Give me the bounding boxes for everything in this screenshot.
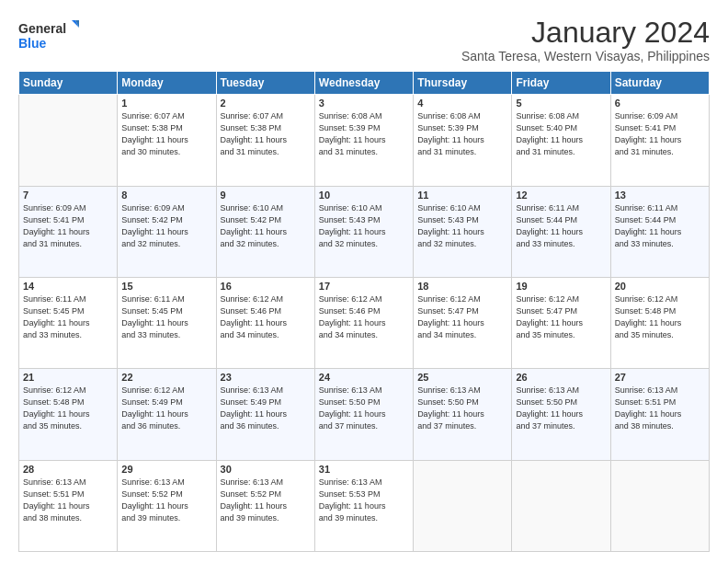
- calendar-cell: 9Sunrise: 6:10 AMSunset: 5:42 PMDaylight…: [216, 186, 314, 277]
- day-number: 13: [615, 190, 705, 201]
- day-number: 31: [319, 464, 409, 475]
- day-header-tuesday: Tuesday: [216, 72, 314, 95]
- cell-content: Sunrise: 6:13 AMSunset: 5:52 PMDaylight:…: [221, 477, 311, 524]
- day-number: 28: [23, 464, 113, 475]
- location: Santa Teresa, Western Visayas, Philippin…: [461, 49, 710, 63]
- day-header-sunday: Sunday: [19, 72, 118, 95]
- day-number: 8: [121, 190, 211, 201]
- calendar-cell: 3Sunrise: 6:08 AMSunset: 5:39 PMDaylight…: [314, 95, 413, 186]
- cell-content: Sunrise: 6:11 AMSunset: 5:45 PMDaylight:…: [23, 293, 113, 341]
- cell-content: Sunrise: 6:13 AMSunset: 5:53 PMDaylight:…: [319, 477, 409, 524]
- day-number: 2: [221, 98, 311, 109]
- day-number: 30: [221, 464, 311, 475]
- day-number: 14: [23, 281, 113, 292]
- calendar-cell: 16Sunrise: 6:12 AMSunset: 5:46 PMDayligh…: [216, 277, 314, 368]
- day-header-saturday: Saturday: [610, 72, 709, 95]
- calendar-cell: 15Sunrise: 6:11 AMSunset: 5:45 PMDayligh…: [118, 277, 216, 368]
- cell-content: Sunrise: 6:09 AMSunset: 5:41 PMDaylight:…: [23, 202, 113, 250]
- day-number: 25: [417, 372, 507, 383]
- calendar-cell: 6Sunrise: 6:09 AMSunset: 5:41 PMDaylight…: [610, 95, 709, 186]
- calendar-cell: 1Sunrise: 6:07 AMSunset: 5:38 PMDaylight…: [118, 95, 216, 186]
- calendar-cell: 22Sunrise: 6:12 AMSunset: 5:49 PMDayligh…: [118, 369, 216, 460]
- calendar-cell: 13Sunrise: 6:11 AMSunset: 5:44 PMDayligh…: [610, 186, 709, 277]
- calendar-cell: [414, 460, 512, 551]
- day-number: 10: [319, 190, 409, 201]
- calendar-cell: [19, 95, 118, 186]
- day-number: 7: [23, 190, 113, 201]
- week-row-1: 1Sunrise: 6:07 AMSunset: 5:38 PMDaylight…: [19, 95, 710, 186]
- cell-content: Sunrise: 6:10 AMSunset: 5:43 PMDaylight:…: [319, 202, 409, 250]
- cell-content: Sunrise: 6:12 AMSunset: 5:49 PMDaylight:…: [121, 385, 211, 432]
- day-number: 19: [516, 281, 606, 292]
- day-number: 20: [615, 281, 705, 292]
- calendar-cell: 29Sunrise: 6:13 AMSunset: 5:52 PMDayligh…: [118, 460, 216, 551]
- day-number: 23: [221, 372, 311, 383]
- week-row-4: 21Sunrise: 6:12 AMSunset: 5:48 PMDayligh…: [19, 369, 710, 460]
- day-header-wednesday: Wednesday: [314, 72, 413, 95]
- logo-svg: GeneralBlue: [18, 17, 83, 53]
- month-title: January 2024: [461, 17, 710, 49]
- header: GeneralBlue January 2024 Santa Teresa, W…: [18, 17, 710, 63]
- logo: GeneralBlue: [18, 17, 83, 53]
- cell-content: Sunrise: 6:08 AMSunset: 5:39 PMDaylight:…: [417, 110, 507, 158]
- day-header-friday: Friday: [512, 72, 610, 95]
- day-number: 6: [615, 98, 705, 109]
- calendar-cell: 17Sunrise: 6:12 AMSunset: 5:46 PMDayligh…: [314, 277, 413, 368]
- calendar-cell: 14Sunrise: 6:11 AMSunset: 5:45 PMDayligh…: [19, 277, 118, 368]
- calendar-cell: 20Sunrise: 6:12 AMSunset: 5:48 PMDayligh…: [610, 277, 709, 368]
- day-number: 12: [516, 190, 606, 201]
- svg-text:Blue: Blue: [18, 36, 47, 51]
- cell-content: Sunrise: 6:09 AMSunset: 5:41 PMDaylight:…: [615, 110, 705, 158]
- calendar-cell: 28Sunrise: 6:13 AMSunset: 5:51 PMDayligh…: [19, 460, 118, 551]
- day-header-thursday: Thursday: [414, 72, 512, 95]
- calendar-cell: 18Sunrise: 6:12 AMSunset: 5:47 PMDayligh…: [414, 277, 512, 368]
- calendar-cell: 5Sunrise: 6:08 AMSunset: 5:40 PMDaylight…: [512, 95, 610, 186]
- calendar-cell: 23Sunrise: 6:13 AMSunset: 5:49 PMDayligh…: [216, 369, 314, 460]
- cell-content: Sunrise: 6:13 AMSunset: 5:50 PMDaylight:…: [516, 385, 606, 432]
- cell-content: Sunrise: 6:13 AMSunset: 5:52 PMDaylight:…: [121, 477, 211, 524]
- calendar-cell: 12Sunrise: 6:11 AMSunset: 5:44 PMDayligh…: [512, 186, 610, 277]
- calendar-cell: 24Sunrise: 6:13 AMSunset: 5:50 PMDayligh…: [314, 369, 413, 460]
- calendar-cell: [512, 460, 610, 551]
- svg-text:General: General: [18, 21, 66, 36]
- day-number: 24: [319, 372, 409, 383]
- page: GeneralBlue January 2024 Santa Teresa, W…: [0, 0, 728, 563]
- cell-content: Sunrise: 6:08 AMSunset: 5:39 PMDaylight:…: [319, 110, 409, 158]
- day-number: 29: [121, 464, 211, 475]
- cell-content: Sunrise: 6:11 AMSunset: 5:45 PMDaylight:…: [121, 293, 211, 341]
- week-row-2: 7Sunrise: 6:09 AMSunset: 5:41 PMDaylight…: [19, 186, 710, 277]
- calendar-cell: 25Sunrise: 6:13 AMSunset: 5:50 PMDayligh…: [414, 369, 512, 460]
- day-number: 5: [516, 98, 606, 109]
- cell-content: Sunrise: 6:12 AMSunset: 5:48 PMDaylight:…: [23, 385, 113, 432]
- calendar-cell: 2Sunrise: 6:07 AMSunset: 5:38 PMDaylight…: [216, 95, 314, 186]
- cell-content: Sunrise: 6:12 AMSunset: 5:47 PMDaylight:…: [516, 293, 606, 341]
- day-number: 11: [417, 190, 507, 201]
- week-row-5: 28Sunrise: 6:13 AMSunset: 5:51 PMDayligh…: [19, 460, 710, 551]
- day-number: 15: [121, 281, 211, 292]
- calendar-cell: 27Sunrise: 6:13 AMSunset: 5:51 PMDayligh…: [610, 369, 709, 460]
- day-number: 16: [221, 281, 311, 292]
- cell-content: Sunrise: 6:09 AMSunset: 5:42 PMDaylight:…: [121, 202, 211, 250]
- week-row-3: 14Sunrise: 6:11 AMSunset: 5:45 PMDayligh…: [19, 277, 710, 368]
- calendar-cell: 31Sunrise: 6:13 AMSunset: 5:53 PMDayligh…: [314, 460, 413, 551]
- cell-content: Sunrise: 6:07 AMSunset: 5:38 PMDaylight:…: [221, 110, 311, 158]
- day-header-monday: Monday: [118, 72, 216, 95]
- cell-content: Sunrise: 6:13 AMSunset: 5:49 PMDaylight:…: [221, 385, 311, 432]
- cell-content: Sunrise: 6:12 AMSunset: 5:46 PMDaylight:…: [221, 293, 311, 341]
- calendar-cell: 26Sunrise: 6:13 AMSunset: 5:50 PMDayligh…: [512, 369, 610, 460]
- calendar-cell: 19Sunrise: 6:12 AMSunset: 5:47 PMDayligh…: [512, 277, 610, 368]
- calendar-cell: 10Sunrise: 6:10 AMSunset: 5:43 PMDayligh…: [314, 186, 413, 277]
- calendar-table: SundayMondayTuesdayWednesdayThursdayFrid…: [18, 71, 710, 552]
- cell-content: Sunrise: 6:10 AMSunset: 5:42 PMDaylight:…: [221, 202, 311, 250]
- cell-content: Sunrise: 6:12 AMSunset: 5:48 PMDaylight:…: [615, 293, 705, 341]
- cell-content: Sunrise: 6:10 AMSunset: 5:43 PMDaylight:…: [417, 202, 507, 250]
- calendar-cell: 4Sunrise: 6:08 AMSunset: 5:39 PMDaylight…: [414, 95, 512, 186]
- day-number: 21: [23, 372, 113, 383]
- title-block: January 2024 Santa Teresa, Western Visay…: [461, 17, 710, 63]
- day-number: 3: [319, 98, 409, 109]
- calendar-cell: 11Sunrise: 6:10 AMSunset: 5:43 PMDayligh…: [414, 186, 512, 277]
- cell-content: Sunrise: 6:12 AMSunset: 5:47 PMDaylight:…: [417, 293, 507, 341]
- cell-content: Sunrise: 6:07 AMSunset: 5:38 PMDaylight:…: [121, 110, 211, 158]
- day-number: 4: [417, 98, 507, 109]
- day-number: 17: [319, 281, 409, 292]
